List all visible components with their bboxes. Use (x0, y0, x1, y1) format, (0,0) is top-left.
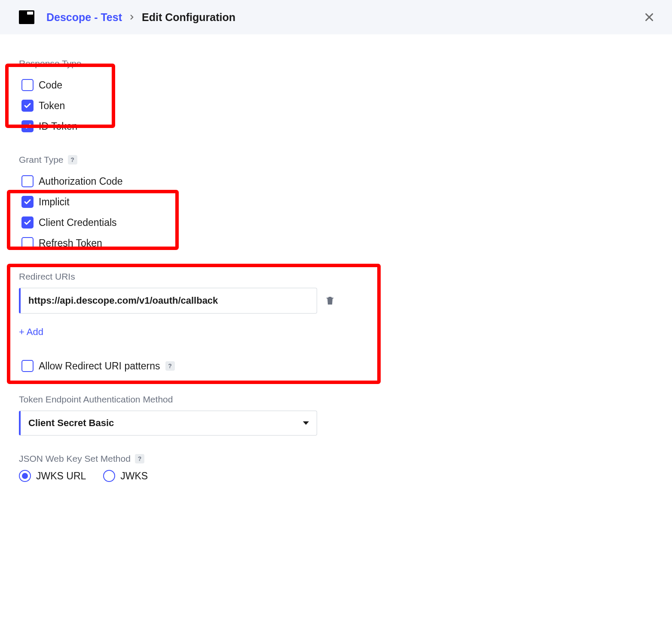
help-icon[interactable]: ? (165, 361, 175, 371)
radio-icon (103, 470, 115, 482)
redirect-uri-row (19, 288, 653, 314)
chevron-down-icon (303, 421, 309, 425)
token-auth-group: Token Endpoint Authentication Method Cli… (19, 394, 653, 436)
breadcrumb-link[interactable]: Descope - Test (46, 11, 122, 24)
allow-patterns-group: Allow Redirect URI patterns ? (19, 356, 653, 376)
checkbox-label: Implicit (39, 196, 70, 208)
jwks-group: JSON Web Key Set Method ? JWKS URL JWKS (19, 454, 653, 482)
grant-type-label: Grant Type ? (19, 155, 653, 165)
checkbox-code[interactable]: Code (19, 75, 653, 95)
token-auth-label: Token Endpoint Authentication Method (19, 394, 653, 405)
radio-jwks-url[interactable]: JWKS URL (19, 470, 86, 482)
grant-type-group: Grant Type ? Authorization Code Implicit… (19, 155, 653, 253)
checkbox-icon (21, 175, 34, 187)
checkbox-icon (21, 100, 34, 112)
checkbox-token[interactable]: Token (19, 95, 653, 116)
checkbox-allow-patterns[interactable]: Allow Redirect URI patterns ? (19, 356, 653, 376)
chevron-right-icon (128, 13, 136, 21)
token-auth-select[interactable]: Client Secret Basic (19, 411, 317, 436)
radio-jwks[interactable]: JWKS (103, 470, 148, 482)
add-redirect-uri[interactable]: + Add (19, 326, 43, 338)
grant-type-label-text: Grant Type (19, 155, 64, 165)
checkbox-label: Refresh Token (39, 238, 102, 249)
redirect-uris-label: Redirect URIs (19, 271, 653, 282)
checkbox-label: Token (39, 100, 65, 112)
checkbox-icon (21, 237, 34, 249)
select-value: Client Secret Basic (28, 418, 114, 429)
checkbox-icon (21, 196, 34, 208)
checkbox-id-token[interactable]: ID Token (19, 116, 653, 137)
redirect-uris-group: Redirect URIs + Add (19, 271, 653, 338)
radio-label: JWKS URL (36, 470, 86, 482)
breadcrumb-current: Edit Configuration (142, 11, 235, 24)
trash-icon[interactable] (325, 295, 335, 306)
jwks-radio-group: JWKS URL JWKS (19, 470, 653, 482)
checkbox-icon (21, 216, 34, 229)
checkbox-label: Allow Redirect URI patterns (39, 360, 160, 372)
jwks-label: JSON Web Key Set Method ? (19, 454, 653, 464)
checkbox-icon (21, 360, 34, 372)
checkbox-refresh-token[interactable]: Refresh Token (19, 233, 653, 253)
checkbox-label: Authorization Code (39, 176, 123, 187)
checkbox-client-credentials[interactable]: Client Credentials (19, 212, 653, 233)
response-type-group: Response Type Code Token ID Token (19, 58, 653, 137)
checkbox-icon (21, 120, 34, 132)
help-icon[interactable]: ? (68, 155, 77, 165)
checkbox-label: Code (39, 79, 62, 91)
checkbox-implicit[interactable]: Implicit (19, 192, 653, 212)
jwks-label-text: JSON Web Key Set Method (19, 454, 131, 464)
checkbox-auth-code[interactable]: Authorization Code (19, 171, 653, 192)
checkbox-icon (21, 79, 34, 91)
header-bar: Descope - Test Edit Configuration (0, 0, 672, 34)
checkbox-label: ID Token (39, 121, 77, 132)
response-type-label: Response Type (19, 58, 653, 69)
content-area: Response Type Code Token ID Token Grant … (0, 34, 672, 526)
help-icon[interactable]: ? (135, 454, 144, 463)
app-icon (19, 10, 34, 24)
redirect-uri-input[interactable] (19, 288, 317, 314)
radio-label: JWKS (120, 470, 148, 482)
close-icon[interactable] (643, 11, 656, 24)
checkbox-label: Client Credentials (39, 217, 117, 229)
radio-icon (19, 470, 31, 482)
